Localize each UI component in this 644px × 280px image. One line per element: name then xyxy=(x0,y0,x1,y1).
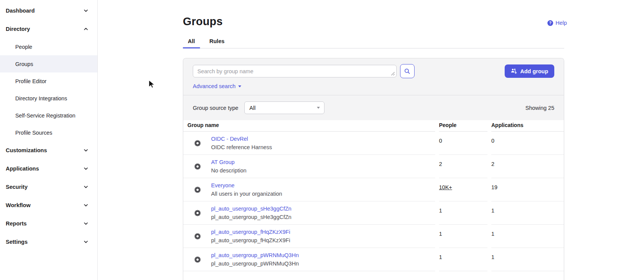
sidebar-item-label: Customizations xyxy=(6,147,47,153)
showing-count: Showing 25 xyxy=(525,105,554,111)
search-input[interactable]: Search by group name xyxy=(193,65,397,77)
chevron-up-icon xyxy=(83,26,89,32)
group-description: pl_auto_usergroup_pWRNMuQ3Hn xyxy=(211,261,299,267)
advanced-search-label: Advanced search xyxy=(193,83,236,89)
group-name-link[interactable]: AT Group xyxy=(211,159,247,165)
add-group-button[interactable]: Add group xyxy=(505,64,554,78)
group-cell: Everyone All users in your organization xyxy=(183,178,435,201)
col-people: People xyxy=(439,120,487,132)
applications-count: 1 xyxy=(491,248,564,271)
sidebar-item-people[interactable]: People xyxy=(0,38,97,55)
sidebar-item-customizations[interactable]: Customizations xyxy=(0,141,97,159)
table-row: pl_auto_usergroup_sHe3ggCfZn pl_auto_use… xyxy=(183,201,564,225)
group-name-link[interactable]: pl_auto_usergroup_sHe3ggCfZn xyxy=(211,206,291,212)
sidebar-item-reports[interactable]: Reports xyxy=(0,214,97,233)
group-icon xyxy=(193,209,202,217)
chevron-down-icon xyxy=(83,220,89,227)
sidebar-item-workflow[interactable]: Workflow xyxy=(0,196,97,214)
sidebar-item-profile-editor[interactable]: Profile Editor xyxy=(0,72,97,90)
group-cell: pl_auto_usergroup_pWRNMuQ3Hn pl_auto_use… xyxy=(183,248,435,271)
table-row: pl_auto_usergroup_fHqZKzX9Fi pl_auto_use… xyxy=(183,225,564,248)
people-count-link[interactable]: 10K+ xyxy=(439,184,452,190)
sidebar-item-self-service-registration[interactable]: Self-Service Registration xyxy=(0,107,97,124)
help-link[interactable]: ? Help xyxy=(547,20,567,26)
group-name-link[interactable]: Everyone xyxy=(211,182,282,188)
col-group-name: Group name xyxy=(183,120,435,132)
col-applications: Applications xyxy=(491,120,564,132)
group-source-type-select[interactable]: All xyxy=(244,101,324,114)
chevron-down-icon xyxy=(83,202,89,208)
sidebar-item-label: Settings xyxy=(6,239,27,245)
group-cell: pl_auto_usergroup_sHe3ggCfZn pl_auto_use… xyxy=(183,201,435,225)
sidebar-item-label: Dashboard xyxy=(6,8,35,14)
group-name-link[interactable]: OIDC - DevRel xyxy=(211,136,272,142)
chevron-down-icon xyxy=(83,184,89,190)
search-panel: Search by group name xyxy=(183,58,564,95)
help-label: Help xyxy=(555,20,567,26)
chevron-down-icon xyxy=(83,166,89,172)
applications-count: 1 xyxy=(491,225,564,248)
group-icon xyxy=(193,255,202,264)
group-description: No description xyxy=(211,167,247,174)
table-row: pl_auto_usergroup_pWRNMuQ3Hn pl_auto_use… xyxy=(183,248,564,271)
group-cell: pl_auto_usergroup_fHqZKzX9Fi pl_auto_use… xyxy=(183,225,435,248)
main-content: Groups ? Help All Rules Search by group … xyxy=(98,0,644,280)
chevron-down-icon xyxy=(83,147,89,153)
group-description: OIDC reference Harness xyxy=(211,144,272,150)
sidebar-item-label: Security xyxy=(6,184,27,190)
sidebar-item-settings[interactable]: Settings xyxy=(0,233,97,251)
tab-bar: All Rules xyxy=(183,38,564,48)
people-count: 2 xyxy=(439,155,487,178)
filter-bar: Group source type All Showing 25 xyxy=(183,95,564,120)
sidebar-item-label: Reports xyxy=(6,220,27,227)
groups-panel: Search by group name xyxy=(183,58,564,280)
applications-count: 19 xyxy=(491,178,564,201)
advanced-search-link[interactable]: Advanced search xyxy=(193,83,241,89)
sidebar-item-label: Workflow xyxy=(6,202,31,208)
table-row: Everyone All users in your organization … xyxy=(183,178,564,201)
add-group-label: Add group xyxy=(520,68,548,74)
sidebar-item-applications[interactable]: Applications xyxy=(0,159,97,178)
people-count: 1 xyxy=(439,201,487,225)
sidebar-item-groups[interactable]: Groups xyxy=(0,55,97,72)
people-count: 1 xyxy=(439,225,487,248)
page-title: Groups xyxy=(183,15,564,28)
caret-down-icon xyxy=(317,107,320,109)
people-count: 1 xyxy=(439,248,487,271)
tab-all[interactable]: All xyxy=(183,38,200,48)
help-icon: ? xyxy=(547,20,553,26)
sidebar: Dashboard Directory People Groups Profil… xyxy=(0,0,98,280)
group-icon xyxy=(193,232,202,241)
page-header: Groups ? Help xyxy=(183,0,564,28)
sidebar-item-dashboard[interactable]: Dashboard xyxy=(0,2,97,20)
applications-count: 0 xyxy=(491,132,564,155)
people-count: 0 xyxy=(439,132,487,155)
search-icon xyxy=(404,68,411,75)
group-name-link[interactable]: pl_auto_usergroup_pWRNMuQ3Hn xyxy=(211,252,299,258)
applications-count: 2 xyxy=(491,155,564,178)
group-name-link[interactable]: pl_auto_usergroup_fHqZKzX9Fi xyxy=(211,229,290,235)
sidebar-item-directory[interactable]: Directory xyxy=(0,20,97,38)
group-icon xyxy=(193,139,202,148)
resize-handle-icon[interactable] xyxy=(390,71,395,76)
sidebar-item-label: Applications xyxy=(6,166,39,172)
table-row: AT Group No description 2 2 xyxy=(183,155,564,178)
directory-submenu: People Groups Profile Editor Directory I… xyxy=(0,38,97,141)
search-placeholder: Search by group name xyxy=(197,68,253,74)
sidebar-item-label: Directory xyxy=(6,26,30,32)
group-description: pl_auto_usergroup_sHe3ggCfZn xyxy=(211,214,291,220)
applications-count: 1 xyxy=(491,201,564,225)
add-group-icon xyxy=(511,68,517,74)
table-header: Group name People Applications xyxy=(183,120,564,132)
select-value: All xyxy=(249,105,255,111)
sidebar-item-profile-sources[interactable]: Profile Sources xyxy=(0,124,97,141)
sidebar-item-directory-integrations[interactable]: Directory Integrations xyxy=(0,90,97,107)
group-icon xyxy=(193,185,202,194)
group-source-type-label: Group source type xyxy=(193,105,238,111)
tab-rules[interactable]: Rules xyxy=(205,38,230,48)
sidebar-item-security[interactable]: Security xyxy=(0,178,97,196)
group-description: pl_auto_usergroup_fHqZKzX9Fi xyxy=(211,237,290,243)
chevron-down-icon xyxy=(83,239,89,245)
chevron-down-icon xyxy=(83,8,89,14)
search-button[interactable] xyxy=(400,64,415,78)
